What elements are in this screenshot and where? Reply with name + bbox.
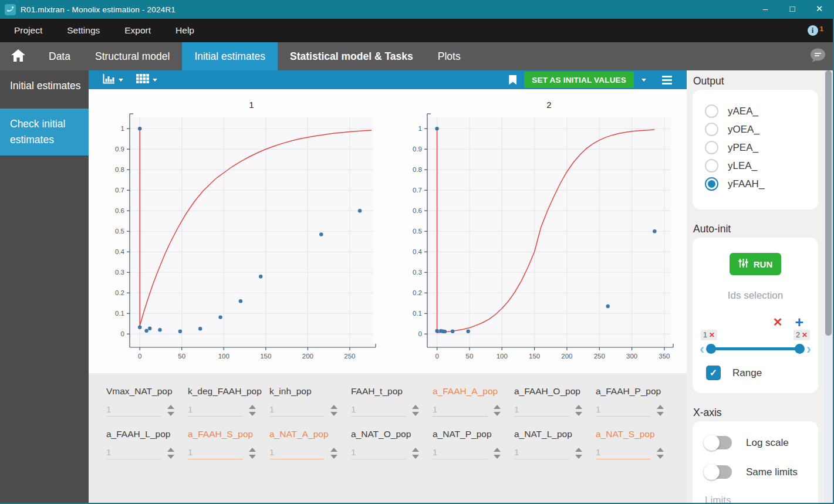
- layout-grid-menu[interactable]: [136, 74, 157, 86]
- log-scale-toggle[interactable]: [705, 436, 732, 449]
- param-a_FAAH_A_pop-increment[interactable]: [494, 405, 501, 409]
- tab-initial-estimates[interactable]: Initial estimates: [182, 42, 278, 70]
- id-chip-2-remove-icon[interactable]: ✕: [802, 331, 808, 339]
- param-a_NAT_P_pop-increment[interactable]: [494, 448, 501, 452]
- radio-icon-yoea[interactable]: [705, 123, 718, 136]
- param-Vmax_NAT_pop-increment[interactable]: [167, 405, 174, 409]
- slider-track[interactable]: [710, 347, 801, 350]
- param-a_NAT_O_pop-decrement[interactable]: [412, 455, 419, 459]
- menu-item-settings[interactable]: Settings: [55, 19, 112, 42]
- param-a_FAAH_O_pop-increment[interactable]: [575, 405, 582, 409]
- output-option-yaea[interactable]: yAEA_: [705, 104, 818, 118]
- svg-text:1: 1: [249, 100, 254, 110]
- param-input-FAAH_t_pop[interactable]: 1: [351, 404, 406, 417]
- param-input-a_NAT_O_pop[interactable]: 1: [351, 447, 406, 459]
- feedback-bubble-icon[interactable]: [810, 48, 826, 65]
- param-k_inh_pop-decrement[interactable]: [330, 412, 337, 416]
- param-a_NAT_A_pop-decrement[interactable]: [330, 455, 337, 459]
- param-FAAH_t_pop-decrement[interactable]: [412, 412, 419, 416]
- svg-text:2: 2: [546, 100, 551, 110]
- add-id-icon[interactable]: +: [795, 316, 803, 328]
- id-chip-2[interactable]: 2 ✕: [794, 330, 810, 340]
- param-k_inh_pop-increment[interactable]: [330, 405, 337, 409]
- param-input-a_NAT_L_pop[interactable]: 1: [514, 447, 569, 459]
- plot-id-2[interactable]: 00.10.20.30.40.50.60.70.80.9105010015020…: [394, 94, 679, 370]
- slider-right-chevron[interactable]: ›: [806, 343, 811, 354]
- param-input-k_inh_pop[interactable]: 1: [269, 404, 325, 417]
- param-a_FAAH_A_pop-decrement[interactable]: [494, 412, 501, 416]
- param-a_FAAH_L_pop-decrement[interactable]: [167, 455, 174, 459]
- tab-statistical-model-tasks[interactable]: Statistical model & Tasks: [278, 42, 426, 70]
- home-button[interactable]: [0, 42, 36, 70]
- sidebar-item-initial-estimates[interactable]: Initial estimates: [0, 70, 89, 102]
- minimize-button[interactable]: –: [752, 0, 779, 19]
- output-option-yfaah[interactable]: yFAAH_: [705, 177, 818, 191]
- menu-item-project[interactable]: Project: [0, 19, 55, 42]
- param-a_FAAH_O_pop-decrement[interactable]: [575, 412, 582, 416]
- param-k_deg_FAAH_pop-increment[interactable]: [249, 405, 256, 409]
- param-a_FAAH_L_pop-increment[interactable]: [167, 448, 174, 452]
- run-button[interactable]: RUN: [730, 253, 781, 275]
- maximize-button[interactable]: □: [779, 0, 806, 19]
- output-option-ypea[interactable]: yPEA_: [705, 141, 818, 154]
- radio-icon-ypea[interactable]: [705, 141, 718, 154]
- param-a_FAAH_S_pop-increment[interactable]: [249, 448, 256, 452]
- param-a_NAT_S_pop-decrement[interactable]: [657, 455, 664, 459]
- close-button[interactable]: ✕: [806, 0, 833, 19]
- plot-type-menu[interactable]: [103, 74, 123, 86]
- plot-id-1[interactable]: 00.10.20.30.40.50.60.70.80.9105010015020…: [97, 94, 381, 370]
- param-input-a_FAAH_L_pop[interactable]: 1: [106, 447, 161, 459]
- id-chip-1[interactable]: 1 ✕: [701, 330, 717, 340]
- tab-structural-model[interactable]: Structural model: [83, 42, 182, 70]
- slider-handle-left[interactable]: [706, 344, 716, 354]
- param-input-a_NAT_P_pop[interactable]: 1: [433, 447, 488, 459]
- id-chip-1-remove-icon[interactable]: ✕: [709, 331, 715, 339]
- param-a_FAAH_P_pop-decrement[interactable]: [657, 412, 664, 416]
- param-label-a_FAAH_O_pop: a_FAAH_O_pop: [514, 386, 596, 397]
- param-a_NAT_S_pop-increment[interactable]: [657, 448, 664, 452]
- slider-handle-right[interactable]: [795, 344, 805, 354]
- param-input-a_FAAH_P_pop[interactable]: 1: [596, 404, 651, 417]
- notifications-button[interactable]: i 1: [808, 25, 823, 36]
- slider-left-chevron[interactable]: ‹: [700, 343, 704, 354]
- svg-text:0.5: 0.5: [115, 228, 124, 235]
- param-input-a_FAAH_A_pop[interactable]: 1: [433, 404, 488, 417]
- param-input-a_NAT_A_pop[interactable]: 1: [269, 447, 325, 459]
- param-a_NAT_A_pop-increment[interactable]: [330, 448, 337, 452]
- bookmark-icon[interactable]: [509, 75, 516, 85]
- param-FAAH_t_pop-increment[interactable]: [412, 405, 419, 409]
- param-input-a_FAAH_S_pop[interactable]: 1: [188, 447, 243, 459]
- same-limits-toggle[interactable]: [705, 465, 732, 479]
- radio-icon-yfaah[interactable]: [705, 177, 718, 191]
- output-option-ylea[interactable]: yLEA_: [705, 159, 818, 172]
- scrollbar-thumb[interactable]: [825, 70, 832, 336]
- set-as-initial-values-button[interactable]: SET AS INITIAL VALUES: [524, 72, 634, 88]
- output-option-yoea[interactable]: yOEA_: [705, 123, 818, 136]
- menu-item-export[interactable]: Export: [112, 19, 163, 42]
- ids-range-slider[interactable]: [706, 344, 805, 354]
- param-a_FAAH_P_pop: a_FAAH_P_pop1: [596, 386, 677, 417]
- param-k_deg_FAAH_pop-decrement[interactable]: [249, 412, 256, 416]
- radio-icon-ylea[interactable]: [705, 159, 718, 172]
- plot-options-menu-icon[interactable]: [662, 76, 672, 84]
- sidebar-item-check-initial-estimates[interactable]: Check initial estimates: [0, 109, 89, 155]
- right-panel-scrollbar[interactable]: [824, 70, 833, 503]
- range-checkbox[interactable]: ✓: [706, 366, 721, 380]
- radio-icon-yaea[interactable]: [705, 104, 718, 118]
- param-a_NAT_P_pop-decrement[interactable]: [494, 455, 501, 459]
- param-input-a_FAAH_O_pop[interactable]: 1: [514, 404, 569, 417]
- param-input-k_deg_FAAH_pop[interactable]: 1: [188, 404, 243, 417]
- remove-id-icon[interactable]: ✕: [773, 316, 783, 328]
- set-initial-values-dropdown[interactable]: [641, 79, 646, 82]
- tab-plots[interactable]: Plots: [426, 42, 473, 70]
- param-a_NAT_O_pop-increment[interactable]: [412, 448, 419, 452]
- menu-item-help[interactable]: Help: [163, 19, 207, 42]
- param-Vmax_NAT_pop-decrement[interactable]: [167, 412, 174, 416]
- param-a_FAAH_S_pop-decrement[interactable]: [249, 455, 256, 459]
- param-input-Vmax_NAT_pop[interactable]: 1: [106, 404, 161, 417]
- param-a_NAT_L_pop-decrement[interactable]: [575, 455, 582, 459]
- tab-data[interactable]: Data: [36, 42, 83, 70]
- param-a_NAT_L_pop-increment[interactable]: [575, 448, 582, 452]
- param-a_FAAH_P_pop-increment[interactable]: [657, 405, 664, 409]
- param-input-a_NAT_S_pop[interactable]: 1: [596, 447, 651, 459]
